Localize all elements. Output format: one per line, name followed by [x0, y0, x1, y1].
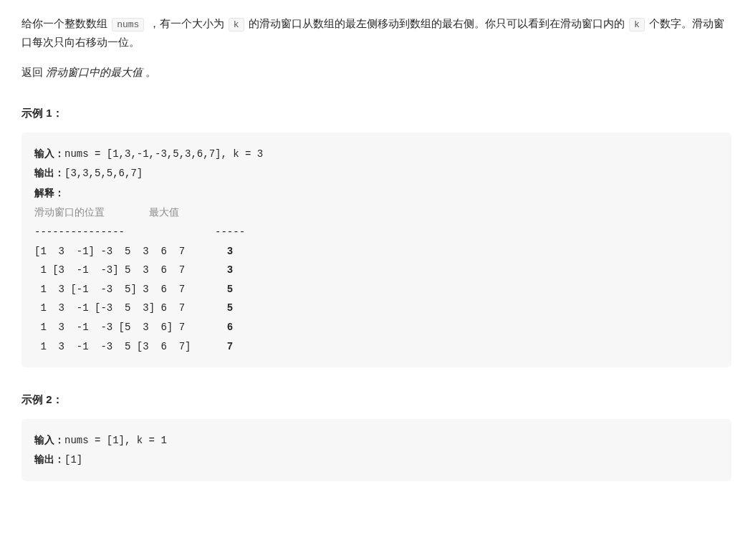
input-label: 输入： [34, 434, 64, 445]
output-label: 输出： [34, 453, 64, 465]
output-value: [1] [64, 454, 82, 465]
table-row-6-max: 7 [227, 341, 233, 352]
italic-text: 滑动窗口中的最大值 [46, 66, 143, 78]
problem-description: 给你一个整数数组 nums ，有一个大小为 k 的滑动窗口从数组的最左侧移动到数… [21, 14, 732, 81]
inline-code-nums: nums [112, 18, 144, 32]
table-row-4-max: 5 [227, 302, 233, 314]
input-label: 输入： [34, 148, 64, 159]
text-segment: 返回 [21, 66, 46, 78]
output-label: 输出： [34, 167, 64, 178]
table-row-6-window: 1 3 -1 -3 5 [3 6 7] [34, 341, 227, 352]
example-1-output-line: 输出：[3,3,5,5,6,7] [34, 163, 719, 183]
example-2-block: 输入：nums = [1], k = 1 输出：[1] [21, 419, 732, 481]
table-row-3-max: 5 [227, 284, 233, 295]
table-row-2-max: 3 [227, 264, 233, 276]
text-segment: 给你一个整数数组 [21, 17, 110, 29]
description-paragraph-2: 返回 滑动窗口中的最大值 。 [21, 63, 732, 82]
table-row-5-max: 6 [227, 322, 233, 333]
example-2-input-line: 输入：nums = [1], k = 1 [34, 430, 719, 450]
input-value: nums = [1], k = 1 [64, 435, 167, 446]
table-divider: --------------- ----- [34, 226, 245, 238]
table-row-5-window: 1 3 -1 -3 [5 3 6] 7 [34, 322, 227, 333]
text-segment: 。 [143, 66, 156, 78]
example-1-input-line: 输入：nums = [1,3,-1,-3,5,3,6,7], k = 3 [34, 144, 719, 164]
example-1-table: 滑动窗口的位置 最大值 --------------- ----- [1 3 -… [34, 203, 719, 356]
table-row-3-window: 1 3 [-1 -3 5] 3 6 7 [34, 284, 227, 295]
inline-code-k-2: k [629, 18, 645, 32]
example-1-heading: 示例 1： [21, 104, 732, 122]
table-row-1-window: [1 3 -1] -3 5 3 6 7 [34, 246, 227, 257]
example-2-heading: 示例 2： [21, 390, 732, 409]
example-1-explain-line: 解释： [34, 183, 719, 203]
table-header: 滑动窗口的位置 最大值 [34, 206, 179, 218]
text-segment: ，有一个大小为 [145, 17, 226, 29]
example-1-block: 输入：nums = [1,3,-1,-3,5,3,6,7], k = 3 输出：… [21, 132, 732, 368]
input-value: nums = [1,3,-1,-3,5,3,6,7], k = 3 [64, 148, 263, 160]
inline-code-k: k [229, 18, 244, 32]
table-row-1-max: 3 [227, 246, 233, 257]
example-2-output-line: 输出：[1] [34, 450, 719, 470]
description-paragraph-1: 给你一个整数数组 nums ，有一个大小为 k 的滑动窗口从数组的最左侧移动到数… [21, 14, 732, 52]
text-segment: 的滑动窗口从数组的最左侧移动到数组的最右侧。你只可以看到在滑动窗口内的 [246, 17, 628, 29]
explain-label: 解释： [34, 187, 64, 198]
output-value: [3,3,5,5,6,7] [64, 168, 143, 179]
table-row-4-window: 1 3 -1 [-3 5 3] 6 7 [34, 302, 227, 314]
table-row-2-window: 1 [3 -1 -3] 5 3 6 7 [34, 264, 227, 276]
